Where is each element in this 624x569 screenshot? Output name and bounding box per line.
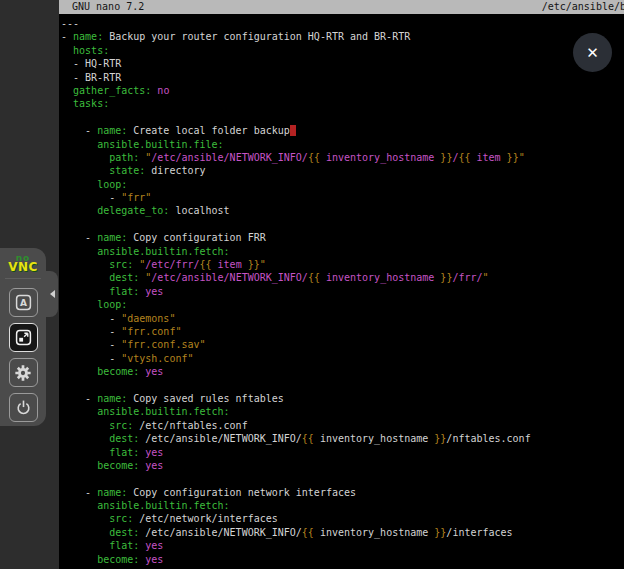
code-line: - "daemons" (61, 312, 624, 325)
code-line: ansible.builtin.fetch: (61, 405, 624, 418)
code-line: - HQ-RTR (61, 57, 624, 70)
code-line: loop: (61, 298, 624, 311)
novnc-logo-vnc: VNC (5, 262, 41, 273)
panel-collapse-handle[interactable] (46, 271, 58, 317)
code-line: flat: yes (61, 446, 624, 459)
text-cursor (290, 125, 296, 136)
code-line: tasks: (61, 97, 624, 110)
code-line: delegate_to: localhost (61, 204, 624, 217)
power-icon (15, 399, 32, 416)
code-line: - name: Copy configuration network inter… (61, 486, 624, 499)
code-line: flat: yes (61, 539, 624, 552)
novnc-control-panel: no VNC A (0, 248, 46, 426)
code-line: --- (61, 17, 624, 30)
novnc-logo: no VNC (5, 248, 41, 279)
code-line: dest: /etc/ansible/NETWORK_INFO/{{ inven… (61, 526, 624, 539)
code-line: src: /etc/network/interfaces (61, 512, 624, 525)
code-line: become: yes (61, 365, 624, 378)
code-line: src: /etc/nftables.conf (61, 419, 624, 432)
extra-keys-button[interactable]: A (9, 288, 38, 317)
nano-version-label: GNU nano 7.2 (72, 0, 144, 14)
code-line: become: yes (61, 459, 624, 472)
close-button[interactable]: ✕ (573, 33, 612, 72)
code-line: state: directory (61, 164, 624, 177)
code-line: - name: Copy configuration FRR (61, 231, 624, 244)
code-line (61, 379, 624, 392)
code-line: - BR-RTR (61, 71, 624, 84)
code-line (61, 472, 624, 485)
code-line: ansible.builtin.fetch: (61, 499, 624, 512)
svg-text:A: A (20, 298, 27, 308)
code-line: - name: Backup your router configuration… (61, 30, 624, 43)
code-line: ansible.builtin.file: (61, 138, 624, 151)
code-line: - "frr.conf" (61, 325, 624, 338)
gear-icon (14, 364, 32, 382)
code-line: gather_facts: no (61, 84, 624, 97)
code-line: become: yes (61, 553, 624, 566)
code-line: - name: Create local folder backup (61, 124, 624, 137)
code-line (61, 111, 624, 124)
code-line: dest: "/etc/ansible/NETWORK_INFO/{{ inve… (61, 271, 624, 284)
fullscreen-icon (15, 329, 32, 346)
code-line: - name: Copy saved rules nftables (61, 392, 624, 405)
nano-editor-text[interactable]: ---- name: Backup your router configurat… (59, 14, 624, 569)
fullscreen-button[interactable] (9, 323, 38, 352)
vnc-viewport: GNU nano 7.2 /etc/ansible/b ---- name: B… (0, 0, 624, 569)
disconnect-button[interactable] (9, 393, 38, 422)
code-line: ansible.builtin.fetch: (61, 245, 624, 258)
code-line: hosts: (61, 44, 624, 57)
settings-button[interactable] (9, 358, 38, 387)
nano-titlebar: GNU nano 7.2 /etc/ansible/b (59, 0, 624, 14)
code-line: loop: (61, 178, 624, 191)
code-line: - "frr.conf.sav" (61, 338, 624, 351)
code-line: - "vtysh.conf" (61, 352, 624, 365)
code-line: path: "/etc/ansible/NETWORK_INFO/{{ inve… (61, 151, 624, 164)
close-icon: ✕ (586, 44, 599, 62)
nano-file-path: /etc/ansible/b (542, 0, 624, 14)
code-line: src: "/etc/frr/{{ item }}" (61, 258, 624, 271)
sidebar-buttons: A (0, 279, 46, 422)
code-line: flat: yes (61, 285, 624, 298)
code-line (61, 218, 624, 231)
collapse-left-arrow-icon (50, 290, 55, 298)
a-key-icon: A (15, 294, 32, 311)
code-line: - "frr" (61, 191, 624, 204)
code-line: dest: /etc/ansible/NETWORK_INFO/{{ inven… (61, 432, 624, 445)
